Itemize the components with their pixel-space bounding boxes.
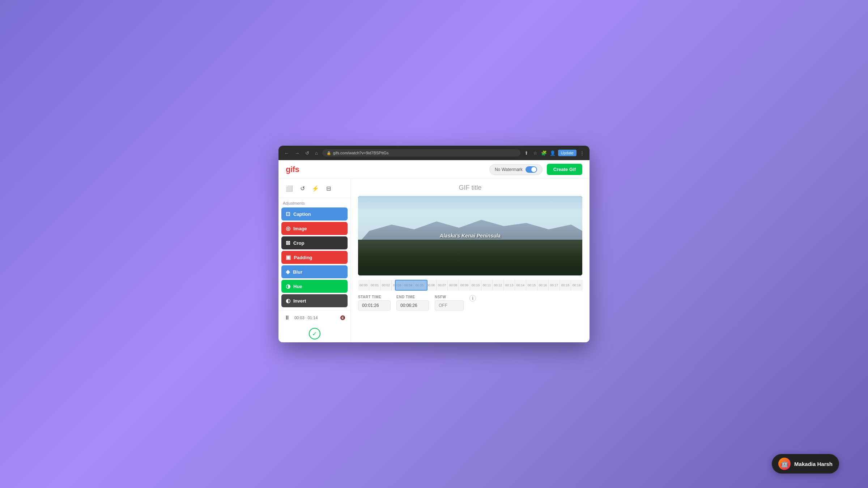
chat-avatar: 🤖 — [778, 458, 791, 470]
mute-button[interactable]: 🔇 — [339, 314, 346, 321]
time-current: 00:03 — [294, 316, 305, 320]
image-icon: ◎ — [286, 225, 290, 232]
crop-label: Crop — [293, 240, 304, 246]
menu-icon[interactable]: ⋮ — [579, 150, 585, 156]
sidebar-item-invert[interactable]: ◐ Invert — [281, 294, 348, 307]
tick-11: 00:11 — [481, 280, 493, 291]
invert-label: Invert — [293, 298, 306, 304]
timeline-container[interactable]: 00:00 00:01 00:02 00:03 00:04 00:05 00:0… — [358, 280, 582, 291]
browser-actions: ⬆ ☆ 🧩 👤 Update ⋮ — [523, 150, 585, 156]
end-time-input[interactable] — [396, 300, 429, 311]
address-bar[interactable]: 🔒 gifs.com/watch?v=9id7BSPttGs — [322, 149, 520, 157]
nsfw-value: OFF — [439, 303, 447, 308]
scene-caption: Alaska's Kenai Peninsula — [440, 233, 501, 239]
blur-label: Blur — [293, 269, 302, 275]
sidebar: ⬜ ↺ ⚡ ⊟ Adjustments ⊡ Caption ◎ Image — [278, 179, 351, 342]
sidebar-item-blur[interactable]: ◈ Blur — [281, 265, 348, 278]
tab-flash-icon[interactable]: ⚡ — [309, 182, 322, 195]
update-button[interactable]: Update — [558, 150, 576, 156]
timeline-ticks: 00:00 00:01 00:02 00:03 00:04 00:05 00:0… — [358, 280, 582, 291]
chat-name: Makadia Harsh — [794, 461, 833, 467]
scene-trees — [358, 248, 582, 275]
blur-icon: ◈ — [286, 269, 290, 275]
tick-0: 00:00 — [358, 280, 369, 291]
timeline-selection[interactable] — [395, 280, 427, 291]
browser-chrome: ← → ↺ ⌂ 🔒 gifs.com/watch?v=9id7BSPttGs ⬆… — [278, 146, 590, 160]
app-logo: gifs — [286, 165, 299, 174]
no-watermark-toggle[interactable]: No Watermark — [489, 164, 542, 175]
toggle-switch[interactable] — [526, 166, 537, 173]
browser-window: ← → ↺ ⌂ 🔒 gifs.com/watch?v=9id7BSPttGs ⬆… — [278, 146, 590, 342]
reload-button[interactable]: ↺ — [304, 150, 311, 157]
star-icon[interactable]: ☆ — [532, 150, 539, 156]
sidebar-item-hue[interactable]: ◑ Hue — [281, 280, 348, 293]
main-panel: GIF title Alaska's Kenai Peninsula — [351, 179, 590, 342]
padding-icon: ▣ — [286, 254, 291, 261]
chat-avatar-emoji: 🤖 — [780, 460, 788, 468]
tick-8: 00:08 — [448, 280, 459, 291]
create-gif-button[interactable]: Create Gif — [547, 164, 582, 175]
tick-2: 00:02 — [380, 280, 392, 291]
invert-icon: ◐ — [286, 297, 290, 304]
crop-settings: START TIME END TIME NSFW OFF ℹ — [358, 295, 582, 311]
url-text: gifs.com/watch?v=9id7BSPttGs — [333, 151, 389, 155]
tick-14: 00:14 — [515, 280, 526, 291]
tick-19: 00:19 — [571, 280, 582, 291]
nsfw-field: NSFW OFF — [435, 295, 464, 311]
tick-12: 00:12 — [493, 280, 504, 291]
crop-icon: ⊠ — [286, 240, 290, 246]
nsfw-info-icon[interactable]: ℹ — [469, 295, 476, 301]
pause-button[interactable]: ⏸ — [283, 313, 292, 322]
tick-1: 00:01 — [369, 280, 380, 291]
tick-17: 00:17 — [549, 280, 560, 291]
caption-icon: ⊡ — [286, 211, 290, 217]
tick-10: 00:10 — [470, 280, 481, 291]
player-bar: ⏸ 00:03 · 01:14 🔇 — [278, 310, 350, 325]
adjustments-label: Adjustments — [278, 198, 350, 207]
gif-title: GIF title — [358, 184, 582, 192]
check-circle-icon: ✓ — [309, 328, 320, 339]
sidebar-item-crop[interactable]: ⊠ Crop — [281, 236, 348, 249]
lock-icon: 🔒 — [327, 151, 331, 155]
tab-adjust-icon[interactable]: ⊟ — [322, 182, 335, 195]
start-time-label: START TIME — [358, 295, 391, 299]
tab-rotate-icon[interactable]: ↺ — [296, 182, 309, 195]
back-button[interactable]: ← — [283, 150, 290, 157]
time-display: 00:03 · 01:14 — [294, 316, 336, 320]
sidebar-item-caption[interactable]: ⊡ Caption — [281, 207, 348, 221]
app-content: gifs No Watermark Create Gif ⬜ ↺ ⚡ ⊟ — [278, 160, 590, 342]
tick-18: 00:18 — [560, 280, 571, 291]
end-time-field: END TIME — [396, 295, 429, 311]
app-topbar: gifs No Watermark Create Gif — [278, 160, 590, 179]
tab-trim-icon[interactable]: ⬜ — [283, 182, 296, 195]
toggle-knob — [531, 167, 536, 172]
tick-9: 00:09 — [459, 280, 470, 291]
topbar-right: No Watermark Create Gif — [489, 164, 582, 175]
image-label: Image — [293, 226, 307, 231]
timeline-track: 00:00 00:01 00:02 00:03 00:04 00:05 00:0… — [358, 280, 582, 291]
hue-label: Hue — [293, 284, 302, 289]
success-check: ✓ — [278, 325, 350, 342]
sidebar-item-image[interactable]: ◎ Image — [281, 222, 348, 235]
time-total: 01:14 — [308, 316, 318, 320]
tick-13: 00:13 — [504, 280, 515, 291]
extension-icon[interactable]: 🧩 — [541, 150, 547, 156]
start-time-field: START TIME — [358, 295, 391, 311]
sidebar-icon-row: ⬜ ↺ ⚡ ⊟ — [278, 179, 350, 198]
padding-label: Padding — [294, 255, 312, 260]
home-button[interactable]: ⌂ — [314, 150, 319, 157]
no-watermark-label: No Watermark — [495, 167, 523, 172]
tick-15: 00:15 — [526, 280, 537, 291]
sidebar-item-padding[interactable]: ▣ Padding — [281, 251, 348, 264]
sidebar-items: ⊡ Caption ◎ Image ⊠ Crop ▣ Padding — [278, 207, 350, 307]
share-icon[interactable]: ⬆ — [523, 150, 530, 156]
caption-label: Caption — [293, 211, 311, 217]
nsfw-label: NSFW — [435, 295, 464, 299]
preview-area: Alaska's Kenai Peninsula — [358, 196, 582, 275]
profile-icon[interactable]: 👤 — [549, 150, 556, 156]
hue-icon: ◑ — [286, 283, 290, 290]
chat-widget[interactable]: 🤖 Makadia Harsh — [772, 454, 839, 474]
nsfw-toggle[interactable]: OFF — [435, 300, 464, 311]
start-time-input[interactable] — [358, 300, 391, 311]
forward-button[interactable]: → — [293, 150, 301, 157]
